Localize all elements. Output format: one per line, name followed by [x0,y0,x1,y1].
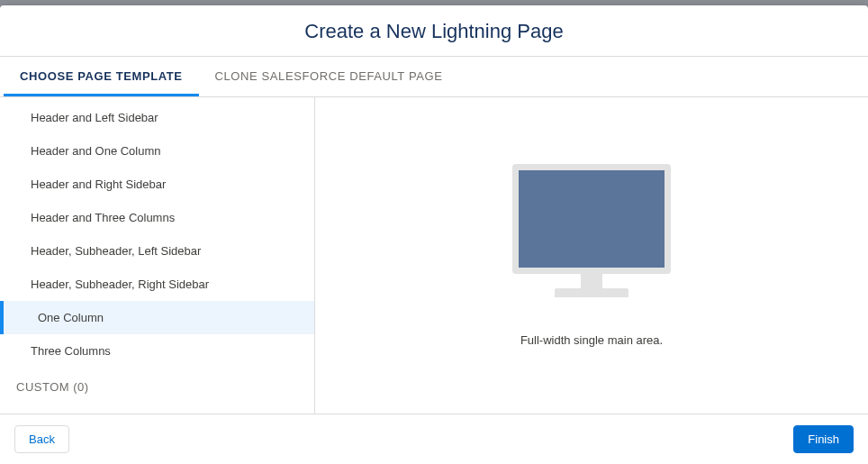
template-item-header-subheader-left[interactable]: Header, Subheader, Left Sidebar [0,234,314,268]
monitor-frame [512,164,671,274]
modal-header: Create a New Lightning Page [0,5,868,57]
new-lightning-page-modal: Create a New Lightning Page CHOOSE PAGE … [0,5,868,464]
monitor-icon [512,164,671,308]
tab-bar: CHOOSE PAGE TEMPLATE CLONE SALESFORCE DE… [0,57,868,97]
tab-clone-default[interactable]: CLONE SALESFORCE DEFAULT PAGE [199,57,459,96]
template-preview: Full-width single main area. [315,97,868,414]
template-item-three-columns[interactable]: Three Columns [0,334,314,368]
finish-button[interactable]: Finish [793,425,854,453]
custom-section-label: CUSTOM (0) [0,368,314,406]
template-item-header-three-columns[interactable]: Header and Three Columns [0,201,314,234]
back-button[interactable]: Back [14,425,69,453]
template-list[interactable]: Header and Left Sidebar Header and One C… [0,97,315,414]
template-item-header-right-sidebar[interactable]: Header and Right Sidebar [0,168,314,201]
modal-title: Create a New Lightning Page [0,20,868,43]
monitor-neck [581,274,602,288]
monitor-base [555,288,628,297]
template-item-header-left-sidebar[interactable]: Header and Left Sidebar [0,101,314,134]
template-item-header-one-column[interactable]: Header and One Column [0,134,314,168]
modal-footer: Back Finish [0,414,868,464]
template-item-one-column[interactable]: One Column [0,301,314,334]
modal-body: Header and Left Sidebar Header and One C… [0,97,868,414]
monitor-screen [519,170,665,268]
preview-description: Full-width single main area. [520,333,663,347]
tab-choose-template[interactable]: CHOOSE PAGE TEMPLATE [4,57,199,96]
template-item-header-subheader-right[interactable]: Header, Subheader, Right Sidebar [0,268,314,301]
